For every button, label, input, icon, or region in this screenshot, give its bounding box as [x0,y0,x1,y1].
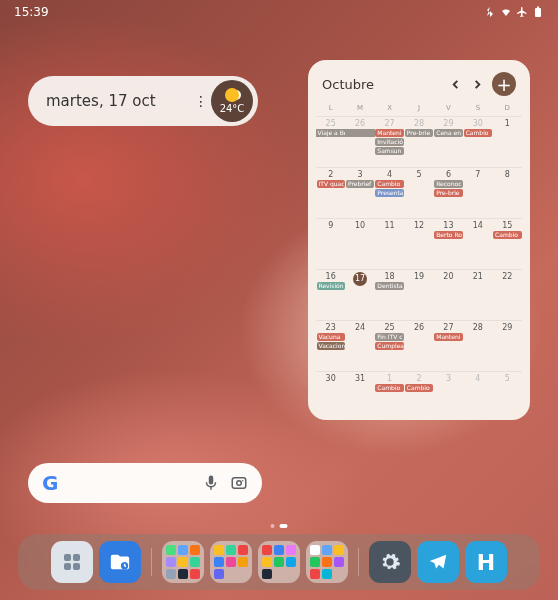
calendar-event[interactable]: Viaje a Berlín - Xiao [316,129,345,137]
calendar-day[interactable]: 6ReconocPre-brie [434,167,463,218]
mic-icon[interactable] [202,474,220,492]
calendar-day[interactable]: 11 [375,218,404,269]
calendar-event[interactable]: Cambio [464,129,492,137]
calendar-day[interactable]: 4 [463,371,492,422]
calendar-day[interactable]: 1 [493,116,522,167]
settings-app[interactable] [369,541,411,583]
clock: 15:39 [14,5,49,19]
calendar-day[interactable]: 3Prebrief [345,167,374,218]
calendar-grid: 25Viaje a Berlín - Xiao2627ManteniInvita… [316,116,522,422]
calendar-day[interactable]: 2Cambio [404,371,433,422]
weather-badge[interactable]: 24°C [211,80,253,122]
calendar-day[interactable]: 8 [493,167,522,218]
google-logo-icon: G [42,471,192,495]
calendar-day[interactable]: 12 [404,218,433,269]
svg-rect-6 [73,554,80,561]
calendar-day[interactable]: 29 [493,320,522,371]
calendar-day[interactable]: 4CambioPresenta [375,167,404,218]
calendar-event[interactable]: Presenta [375,189,403,197]
calendar-event[interactable]: Samsun [375,147,403,155]
calendar-event[interactable]: Cena en [434,129,462,137]
dock-folder-2[interactable] [210,541,252,583]
calendar-day[interactable]: 18Dentista [375,269,404,320]
calendar-day[interactable]: 5 [404,167,433,218]
calendar-event[interactable]: Cambio [405,384,433,392]
files-app[interactable] [99,541,141,583]
weekday-row: LMXJVSD [316,102,522,116]
calendar-event[interactable]: Manteni [375,129,403,137]
calendar-day[interactable]: 29Cena en [434,116,463,167]
status-tray [484,6,544,18]
calendar-event[interactable]: Cambio [493,231,521,239]
calendar-event[interactable]: Fin ITV c [375,333,403,341]
calendar-event[interactable]: Revisión [317,282,345,290]
lens-icon[interactable] [230,474,248,492]
calendar-event[interactable]: Dentista [375,282,403,290]
svg-rect-8 [73,563,80,570]
add-event-button[interactable]: + [492,72,516,96]
dock-folder-4[interactable] [306,541,348,583]
calendar-day[interactable]: 19 [404,269,433,320]
dock-folder-1[interactable] [162,541,204,583]
app-h[interactable]: H [465,541,507,583]
more-icon[interactable]: ⋮ [191,93,211,109]
calendar-day[interactable]: 14 [463,218,492,269]
weather-icon [225,88,239,102]
calendar-event[interactable]: Cumplea [375,342,403,350]
calendar-event[interactable]: Berto Ro [434,231,462,239]
svg-rect-0 [535,8,541,17]
date-weather-widget[interactable]: martes, 17 oct ⋮ 24°C [28,76,258,126]
calendar-event[interactable]: Cambio [375,384,403,392]
calendar-day[interactable]: 16Revisión [316,269,345,320]
calendar-day[interactable]: 10 [345,218,374,269]
calendar-day[interactable]: 15Cambio [493,218,522,269]
calendar-day[interactable]: 28Pre-brie [404,116,433,167]
calendar-day[interactable]: 24 [345,320,374,371]
calendar-day[interactable]: 27Manteni [434,320,463,371]
prev-month-button[interactable] [444,73,466,95]
calendar-day[interactable]: 26 [404,320,433,371]
calendar-day[interactable]: 25Fin ITV cCumplea [375,320,404,371]
dock-folder-3[interactable] [258,541,300,583]
calendar-day[interactable]: 26 [345,116,374,167]
calendar-day[interactable]: 2ITV quac [316,167,345,218]
calendar-day[interactable]: 30Cambio [463,116,492,167]
google-search-bar[interactable]: G [28,463,262,503]
calendar-event[interactable]: Pre-brie [434,189,462,197]
calendar-event[interactable]: Vacacion [317,342,345,350]
calendar-event[interactable]: Reconoc [434,180,462,188]
next-month-button[interactable] [466,73,488,95]
calendar-day[interactable]: 25Viaje a Berlín - Xiao [316,116,345,167]
calendar-event[interactable]: Manteni [434,333,462,341]
dock: H [18,534,540,590]
calendar-day[interactable]: 17 [345,269,374,320]
calendar-day[interactable]: 5 [493,371,522,422]
calendar-event[interactable] [345,129,374,137]
calendar-day[interactable]: 31 [345,371,374,422]
calendar-day[interactable]: 28 [463,320,492,371]
calendar-day[interactable]: 22 [493,269,522,320]
calendar-day[interactable]: 3 [434,371,463,422]
telegram-app[interactable] [417,541,459,583]
calendar-day[interactable]: 9 [316,218,345,269]
calendar-day[interactable]: 1Cambio [375,371,404,422]
app-drawer-button[interactable] [51,541,93,583]
calendar-day[interactable]: 21 [463,269,492,320]
calendar-event[interactable]: ITV quac [317,180,345,188]
svg-point-4 [242,480,244,482]
wifi-icon [500,6,512,18]
calendar-day[interactable]: 27ManteniInvitacióSamsun [375,116,404,167]
svg-point-3 [237,481,242,486]
calendar-day[interactable]: 13Berto Ro [434,218,463,269]
calendar-event[interactable]: Pre-brie [405,129,433,137]
calendar-event[interactable]: Prebrief [346,180,374,188]
calendar-day[interactable]: 30 [316,371,345,422]
page-indicator [271,524,288,528]
calendar-event[interactable]: Cambio [375,180,403,188]
calendar-event[interactable]: Vacuna [317,333,345,341]
calendar-day[interactable]: 7 [463,167,492,218]
calendar-event[interactable]: Invitació [375,138,403,146]
calendar-widget[interactable]: Octubre + LMXJVSD 25Viaje a Berlín - Xia… [308,60,530,420]
calendar-day[interactable]: 23VacunaVacacion [316,320,345,371]
calendar-day[interactable]: 20 [434,269,463,320]
